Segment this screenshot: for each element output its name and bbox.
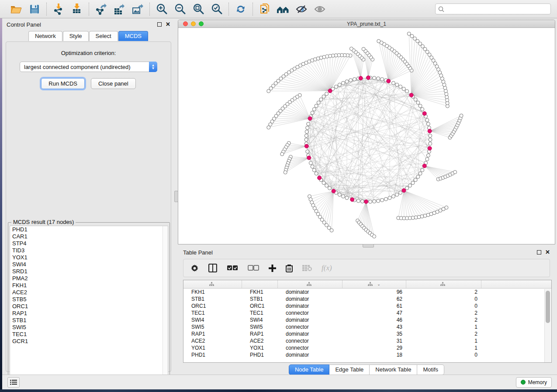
table-tab-network-table[interactable]: Network Table (370, 364, 417, 375)
network-node[interactable] (345, 196, 349, 199)
network-node[interactable] (414, 178, 417, 182)
network-node[interactable] (416, 101, 420, 104)
mcds-result-item[interactable]: PMA2 (10, 275, 168, 282)
float-table-panel-icon[interactable] (537, 250, 541, 254)
network-node[interactable] (360, 199, 364, 203)
network-node[interactable] (414, 98, 417, 101)
network-leaf-node[interactable] (445, 206, 448, 209)
mcds-result-item[interactable]: TEC1 (10, 331, 168, 338)
network-node[interactable] (405, 89, 409, 93)
network-leaf-node[interactable] (416, 39, 419, 43)
mcds-result-item[interactable]: SWI5 (10, 324, 168, 331)
zoom-in-icon[interactable] (154, 2, 169, 16)
network-node[interactable] (325, 92, 329, 96)
network-node[interactable] (419, 104, 422, 108)
network-node[interactable] (342, 81, 345, 85)
mcds-result-item[interactable]: ORC1 (10, 303, 168, 310)
network-window-titlebar[interactable]: YPA_prune.txt_1 (178, 20, 555, 28)
select-all-rows-icon[interactable] (227, 265, 238, 271)
network-node[interactable] (391, 81, 395, 85)
network-node[interactable] (381, 78, 384, 81)
network-node[interactable] (353, 78, 356, 81)
network-node[interactable] (426, 118, 429, 122)
table-vertical-scrollbar[interactable] (544, 289, 551, 362)
table-tab-edge-table[interactable]: Edge Table (329, 364, 370, 375)
mcds-network-node[interactable] (422, 164, 426, 168)
network-node[interactable] (305, 130, 308, 134)
table-row[interactable]: ACE2ACE2connector311 (183, 337, 551, 344)
mcds-network-node[interactable] (328, 89, 332, 93)
table-row[interactable]: FKH1FKH1dominator962 (183, 289, 551, 296)
zoom-fit-icon[interactable] (191, 2, 206, 16)
node-table[interactable]: ⌄ FKH1FKH1dominator962STB1STB1dominator6… (183, 280, 552, 363)
mcds-result-item[interactable]: FKH1 (10, 282, 168, 289)
float-panel-icon[interactable] (157, 22, 162, 27)
control-tab-mcds[interactable]: MCDS (118, 31, 148, 41)
network-node[interactable] (334, 85, 338, 89)
network-node[interactable] (325, 184, 329, 187)
network-node[interactable] (311, 111, 314, 114)
mcds-network-node[interactable] (332, 189, 336, 193)
table-row[interactable]: RAP1RAP1dominator352 (183, 330, 551, 337)
mcds-result-item[interactable]: PHD1 (10, 226, 168, 233)
refresh-icon[interactable] (233, 2, 248, 16)
control-tab-style[interactable]: Style (63, 31, 89, 41)
mcds-network-node[interactable] (307, 156, 311, 160)
mcds-result-item[interactable]: CAR1 (10, 233, 168, 240)
search-input[interactable] (444, 6, 548, 12)
network-node[interactable] (312, 107, 316, 111)
network-node[interactable] (317, 101, 320, 104)
search-box[interactable] (435, 3, 551, 14)
network-node[interactable] (416, 175, 420, 179)
network-node[interactable] (349, 79, 353, 82)
network-leaf-node[interactable] (407, 32, 411, 35)
table-row[interactable]: TEC1TEC1connector472 (183, 309, 551, 316)
add-column-icon[interactable] (269, 265, 276, 272)
mcds-result-item[interactable]: SWI4 (10, 261, 168, 268)
network-node[interactable] (373, 199, 376, 203)
column-header-MCDS-role[interactable] (278, 280, 343, 288)
mcds-network-node[interactable] (409, 93, 413, 97)
network-node[interactable] (399, 191, 402, 194)
table-row[interactable]: SWI4SWI4dominator462 (183, 316, 551, 323)
mcds-result-item[interactable]: GCR1 (10, 338, 168, 345)
result-list-scrollbar[interactable] (163, 226, 168, 382)
network-node[interactable] (381, 198, 384, 202)
mcds-network-node[interactable] (428, 146, 432, 150)
network-node[interactable] (421, 107, 424, 111)
hide-selected-icon[interactable] (294, 2, 309, 16)
network-node[interactable] (388, 196, 391, 199)
new-network-from-selection-icon[interactable] (257, 2, 272, 16)
network-leaf-node[interactable] (330, 229, 333, 232)
mcds-network-node[interactable] (367, 76, 370, 80)
network-leaf-node[interactable] (377, 39, 381, 43)
network-node[interactable] (312, 168, 316, 172)
network-node[interactable] (429, 138, 432, 141)
mcds-result-item[interactable]: YOX1 (10, 254, 168, 261)
export-network-icon[interactable] (93, 2, 108, 16)
network-node[interactable] (328, 186, 331, 190)
mcds-result-item[interactable]: STB5 (10, 296, 168, 303)
mcds-result-item[interactable]: TID3 (10, 247, 168, 254)
network-node[interactable] (304, 138, 308, 141)
network-node[interactable] (408, 184, 412, 187)
network-leaf-node[interactable] (373, 235, 376, 238)
table-row[interactable]: YOX1YOX1connector291 (183, 344, 551, 351)
mcds-result-item[interactable]: STB1 (10, 317, 168, 324)
network-node[interactable] (356, 199, 360, 203)
network-node[interactable] (384, 197, 387, 201)
network-canvas-svg[interactable] (178, 28, 555, 244)
network-node[interactable] (304, 134, 308, 138)
criterion-select[interactable]: largest connected component (undirected)… (20, 62, 157, 72)
network-node[interactable] (399, 85, 402, 89)
save-session-icon[interactable] (27, 2, 42, 16)
memory-button[interactable]: Memory (516, 377, 552, 388)
network-node[interactable] (411, 181, 415, 185)
close-table-panel-icon[interactable]: ✕ (545, 250, 550, 254)
network-node[interactable] (345, 80, 349, 83)
network-node[interactable] (322, 95, 325, 98)
mcds-result-item[interactable]: SRD1 (10, 268, 168, 275)
import-network-icon[interactable] (51, 2, 66, 16)
mcds-network-node[interactable] (402, 189, 406, 193)
show-all-icon[interactable] (312, 2, 327, 16)
